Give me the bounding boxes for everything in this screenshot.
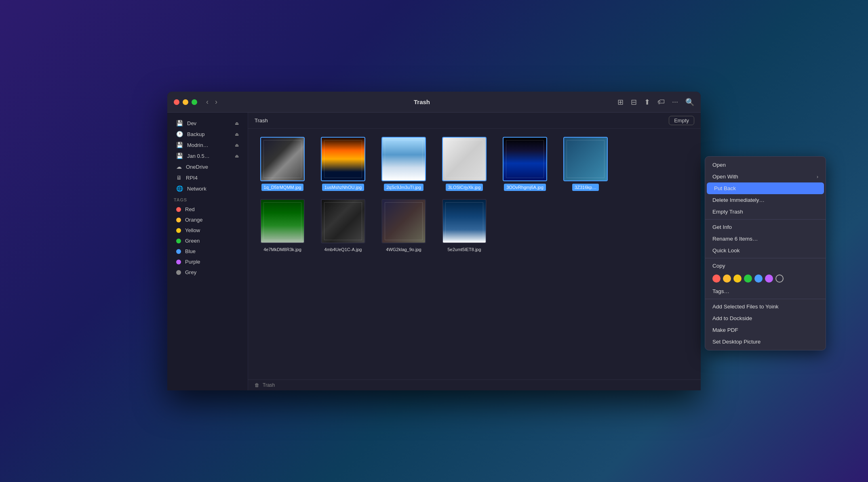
ctx-item-get-info[interactable]: Get Info [705,221,826,233]
file-item-5[interactable]: 3Z316kp… [559,137,612,191]
ctx-item-open-with[interactable]: Open With › [705,171,826,182]
sidebar-tag-yellow[interactable]: Yellow [170,225,245,235]
file-item-3[interactable]: 3LOSlCrjyXk.jpg [438,137,491,191]
share-icon[interactable]: ⬆ [644,98,650,107]
ctx-item-quick-look[interactable]: Quick Look [705,245,826,256]
tags-header: Tags [167,194,248,204]
modrin-icon: 💾 [176,142,183,148]
back-button[interactable]: ‹ [204,97,211,107]
files-row-1: 1q_D5trMQMM.jpg 1usMshzNhOU.jpg 2qSc9Jm3… [256,137,693,191]
file-item-0[interactable]: 1q_D5trMQMM.jpg [256,137,309,191]
sidebar-tag-orange[interactable]: Orange [170,215,245,225]
file-item-r2-0[interactable]: 4e7MkDM8R3k.jpg [256,199,309,253]
ctx-separator-tags [705,299,826,299]
toolbar-icons: ⊞ ⊟ ⬆ 🏷 ··· 🔍 [617,98,694,107]
ctx-tag-empty[interactable] [775,275,784,283]
ctx-item-dockside[interactable]: Add to Dockside [705,312,826,324]
ctx-label-quick-look: Quick Look [712,247,740,254]
content-area: 💾 Dev ⏏ 🕐 Backup ⏏ 💾 Modrin… ⏏ 💾 Jan 0.5… [167,113,701,390]
minimize-button[interactable] [183,99,188,105]
sidebar-item-backup[interactable]: 🕐 Backup ⏏ [170,129,245,139]
ctx-tag-color-5[interactable] [765,275,773,283]
tag-icon[interactable]: 🏷 [657,98,665,106]
search-icon[interactable]: 🔍 [685,98,694,107]
backup-eject-icon[interactable]: ⏏ [235,132,239,137]
ctx-item-tags[interactable]: Tags… [705,285,826,297]
file-item-4[interactable]: 3OOvRhgmj6A.jpg [499,137,551,191]
ctx-item-empty-trash[interactable]: Empty Trash [705,206,826,218]
file-thumbnail-3 [442,137,487,181]
file-item-2[interactable]: 2qSc9Jm3uTI.jpg [377,137,430,191]
view-columns-icon[interactable]: ⊟ [631,98,637,107]
sidebar-tag-grey[interactable]: Grey [170,267,245,277]
empty-button[interactable]: Empty [669,116,694,125]
sidebar-tag-blue[interactable]: Blue [170,246,245,256]
status-label: Trash [263,382,275,388]
ctx-label-delete: Delete Immediately… [712,197,765,203]
red-dot [176,207,181,212]
file-item-1[interactable]: 1usMshzNhOU.jpg [317,137,369,191]
ctx-tag-color-3[interactable] [744,275,752,283]
orange-label: Orange [185,217,239,223]
ctx-tag-color-2[interactable] [733,275,742,283]
ctx-label-put-back: Put Back [714,185,736,191]
ctx-item-yoink[interactable]: Add Selected Files to Yoink [705,301,826,312]
file-name-5: 3Z316kp… [572,184,599,191]
sidebar-item-jan05[interactable]: 💾 Jan 0.5… ⏏ [170,151,245,161]
grey-label: Grey [185,269,239,275]
ctx-label-open: Open [712,162,726,168]
sidebar-item-dev[interactable]: 💾 Dev ⏏ [170,118,245,128]
orange-dot [176,218,181,222]
forward-button[interactable]: › [213,97,220,107]
ctx-tag-color-1[interactable] [723,275,731,283]
modrin-eject-icon[interactable]: ⏏ [235,143,239,148]
dev-label: Dev [187,120,231,126]
ctx-item-desktop-picture[interactable]: Set Desktop Picture [705,336,826,348]
ctx-item-copy[interactable]: Copy [705,260,826,272]
ctx-tag-color-0[interactable] [712,275,721,283]
backup-label: Backup [187,131,231,137]
maximize-button[interactable] [192,99,197,105]
sidebar-item-rpi4[interactable]: 🖥 RPI4 [170,172,245,183]
main-content: Trash Empty 1q_D5trMQMM.jpg 1usMshzNhOU.… [248,113,701,390]
photo-1 [322,138,364,180]
file-name-r2-2: 4WG2klag_9o.jpg [383,246,423,253]
sidebar: 💾 Dev ⏏ 🕐 Backup ⏏ 💾 Modrin… ⏏ 💾 Jan 0.5… [167,113,248,390]
onedrive-label: OneDrive [186,164,239,170]
photo-4 [504,138,546,180]
dev-eject-icon[interactable]: ⏏ [235,121,239,126]
sidebar-tag-purple[interactable]: Purple [170,257,245,267]
more-icon[interactable]: ··· [672,98,678,106]
ctx-item-make-pdf[interactable]: Make PDF [705,324,826,336]
sidebar-tag-green[interactable]: Green [170,236,245,246]
path-bar: Trash Empty [248,113,701,129]
context-menu: Open Open With › Put Back Delete Immedia… [705,156,826,350]
sidebar-item-modrin[interactable]: 💾 Modrin… ⏏ [170,140,245,150]
jan05-label: Jan 0.5… [187,153,231,159]
file-thumbnail-5 [563,137,608,181]
ctx-label-copy: Copy [712,263,725,269]
ctx-item-put-back[interactable]: Put Back [707,182,824,194]
ctx-item-delete[interactable]: Delete Immediately… [705,194,826,206]
file-item-r2-2[interactable]: 4WG2klag_9o.jpg [377,199,430,253]
nav-buttons: ‹ › [204,97,220,107]
photo-0 [261,138,304,180]
sidebar-tag-red[interactable]: Red [170,204,245,214]
file-thumbnail-2 [381,137,426,181]
close-button[interactable] [174,99,179,105]
jan05-eject-icon[interactable]: ⏏ [235,153,239,159]
network-label: Network [187,186,239,192]
file-name-1: 1usMshzNhOU.jpg [322,184,364,191]
backup-icon: 🕐 [176,131,183,137]
file-item-r2-1[interactable]: 4mb4UeQ1C-A.jpg [317,199,369,253]
green-dot [176,239,181,243]
ctx-item-open[interactable]: Open [705,159,826,171]
view-grid-icon[interactable]: ⊞ [617,98,624,107]
red-label: Red [185,206,239,212]
sidebar-item-onedrive[interactable]: ☁ OneDrive [170,161,245,172]
sidebar-item-network[interactable]: 🌐 Network [170,183,245,194]
file-item-r2-3[interactable]: 5e2umt5lET8.jpg [438,199,491,253]
ctx-tag-color-4[interactable] [754,275,763,283]
ctx-item-rename[interactable]: Rename 6 Items… [705,233,826,245]
file-thumbnail-4 [503,137,547,181]
